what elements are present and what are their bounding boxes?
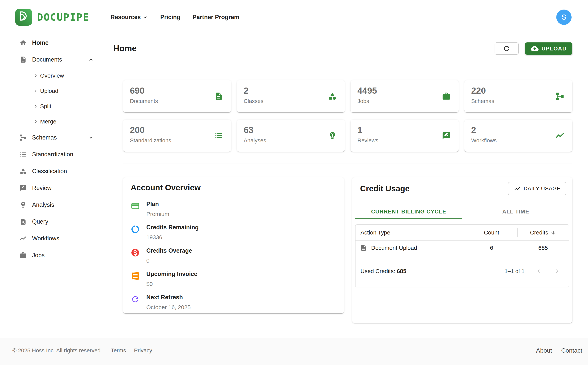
credit-card-icon xyxy=(131,201,140,211)
lightbulb-icon xyxy=(20,201,27,209)
sidebar-subitem-label: Merge xyxy=(40,118,56,125)
top-nav-links: Resources Pricing Partner Program xyxy=(111,14,239,21)
sidebar-item-review[interactable]: Review xyxy=(0,180,107,197)
sidebar-item-classification[interactable]: Classification xyxy=(0,163,107,180)
chevron-left-icon xyxy=(535,268,542,275)
row-credits: 685 xyxy=(517,241,569,255)
category-icon xyxy=(328,92,337,101)
sidebar-subitem-label: Split xyxy=(40,103,51,110)
tab-all-time[interactable]: ALL TIME xyxy=(462,204,569,219)
user-avatar[interactable]: S xyxy=(556,10,572,25)
chevron-up-icon[interactable] xyxy=(88,56,94,63)
sidebar-item-schemas[interactable]: Schemas xyxy=(0,129,107,146)
sidebar-item-workflows[interactable]: Workflows xyxy=(0,230,107,247)
footer: © 2025 Hoss Inc. All rights reserved. Te… xyxy=(0,338,588,365)
copyright-text: © 2025 Hoss Inc. All rights reserved. xyxy=(12,347,102,354)
chevron-right-icon xyxy=(553,268,560,275)
stat-card-workflows[interactable]: 2 Workflows xyxy=(464,120,573,152)
stat-value: 2 xyxy=(471,125,566,135)
top-nav: DOCUPIPE Resources Pricing Partner Progr… xyxy=(0,0,588,34)
privacy-link[interactable]: Privacy xyxy=(134,347,152,354)
stat-card-analyses[interactable]: 63 Analyses xyxy=(237,120,345,152)
stat-card-jobs[interactable]: 4495 Jobs xyxy=(351,80,459,112)
stat-card-reviews[interactable]: 1 Reviews xyxy=(351,120,459,152)
sidebar-item-standardization[interactable]: Standardization xyxy=(0,146,107,163)
next-refresh-label: Next Refresh xyxy=(146,294,191,301)
stat-label: Documents xyxy=(130,98,224,104)
used-credits-label: Used Credits: xyxy=(360,268,395,274)
trending-up-icon xyxy=(514,185,521,192)
sidebar: Home Documents Overview Upload Split Mer… xyxy=(0,34,107,338)
monetization-icon xyxy=(131,248,140,257)
previous-page-button[interactable] xyxy=(534,267,543,275)
sidebar-item-home[interactable]: Home xyxy=(0,34,107,51)
contact-link[interactable]: Contact xyxy=(561,347,582,354)
document-icon xyxy=(20,56,27,63)
sidebar-item-jobs[interactable]: Jobs xyxy=(0,247,107,264)
stat-card-standardizations[interactable]: 200 Standardizations xyxy=(123,120,231,152)
about-link[interactable]: About xyxy=(536,347,552,354)
brand-logo[interactable]: DOCUPIPE xyxy=(15,9,90,26)
category-icon xyxy=(20,168,27,175)
refresh-button[interactable] xyxy=(495,42,519,55)
nav-resources[interactable]: Resources xyxy=(111,14,148,21)
sidebar-item-label: Standardization xyxy=(32,151,73,158)
credits-overage-value: 0 xyxy=(146,256,192,265)
column-count[interactable]: Count xyxy=(466,225,517,240)
cloud-upload-icon xyxy=(531,45,539,52)
stat-label: Classes xyxy=(244,98,338,104)
next-page-button[interactable] xyxy=(553,267,561,275)
daily-usage-button[interactable]: DAILY USAGE xyxy=(508,182,566,195)
column-action-type[interactable]: Action Type xyxy=(355,229,466,236)
plan-item: Plan Premium xyxy=(131,200,336,218)
stat-label: Schemas xyxy=(471,98,566,104)
sidebar-subitem-label: Upload xyxy=(40,88,58,94)
account-overview-panel: Account Overview Plan Premium xyxy=(123,177,344,313)
account-overview-title: Account Overview xyxy=(131,182,336,193)
nav-pricing[interactable]: Pricing xyxy=(160,14,180,21)
terms-link[interactable]: Terms xyxy=(111,347,126,354)
upcoming-invoice-label: Upcoming Invoice xyxy=(146,270,197,278)
column-count-label: Count xyxy=(484,229,499,236)
credits-remaining-item: Credits Remaining 19336 xyxy=(131,224,336,242)
sidebar-item-merge[interactable]: Merge xyxy=(0,114,107,129)
table-row[interactable]: Document Upload 6 685 xyxy=(355,240,569,255)
list-icon xyxy=(214,131,223,140)
home-icon xyxy=(20,39,27,46)
docupipe-d-badge-icon xyxy=(15,9,32,26)
rate-review-icon xyxy=(20,184,27,192)
column-credits[interactable]: Credits xyxy=(517,225,569,240)
sidebar-item-label: Analysis xyxy=(32,201,54,208)
pagination-range: 1–1 of 1 xyxy=(505,268,525,274)
chevron-down-icon[interactable] xyxy=(88,134,94,141)
sidebar-item-query[interactable]: Query xyxy=(0,213,107,230)
stat-card-classes[interactable]: 2 Classes xyxy=(237,80,345,112)
upload-button[interactable]: UPLOAD xyxy=(525,42,572,55)
stat-value: 2 xyxy=(244,86,338,96)
credit-usage-tabs: CURRENT BILLING CYCLE ALL TIME xyxy=(355,204,569,219)
refresh-icon xyxy=(131,295,140,304)
tab-current-billing-cycle[interactable]: CURRENT BILLING CYCLE xyxy=(355,204,462,219)
timeline-icon xyxy=(555,131,564,140)
sidebar-subitem-label: Overview xyxy=(40,72,64,79)
stat-label: Jobs xyxy=(357,98,452,104)
sidebar-item-overview[interactable]: Overview xyxy=(0,68,107,83)
table-header: Action Type Count Credits xyxy=(355,225,569,240)
stat-card-schemas[interactable]: 220 Schemas xyxy=(464,80,573,112)
sidebar-item-upload[interactable]: Upload xyxy=(0,83,107,98)
table-footer: Used Credits: 685 1–1 of 1 xyxy=(355,255,569,287)
credit-usage-title: Credit Usage xyxy=(360,183,410,194)
credits-remaining-label: Credits Remaining xyxy=(146,224,199,231)
stat-value: 690 xyxy=(130,86,224,96)
sidebar-item-analysis[interactable]: Analysis xyxy=(0,197,107,213)
sidebar-item-documents[interactable]: Documents xyxy=(0,51,107,68)
upcoming-invoice-item: Upcoming Invoice $0 xyxy=(131,270,336,288)
nav-partner-program[interactable]: Partner Program xyxy=(193,14,239,21)
stat-card-documents[interactable]: 690 Documents xyxy=(123,80,231,112)
upcoming-invoice-value: $0 xyxy=(146,280,197,288)
credits-overage-item: Credits Overage 0 xyxy=(131,247,336,265)
sidebar-item-split[interactable]: Split xyxy=(0,98,107,114)
document-icon xyxy=(214,92,223,101)
sidebar-item-label: Home xyxy=(32,39,48,46)
nav-pricing-label: Pricing xyxy=(160,14,180,21)
